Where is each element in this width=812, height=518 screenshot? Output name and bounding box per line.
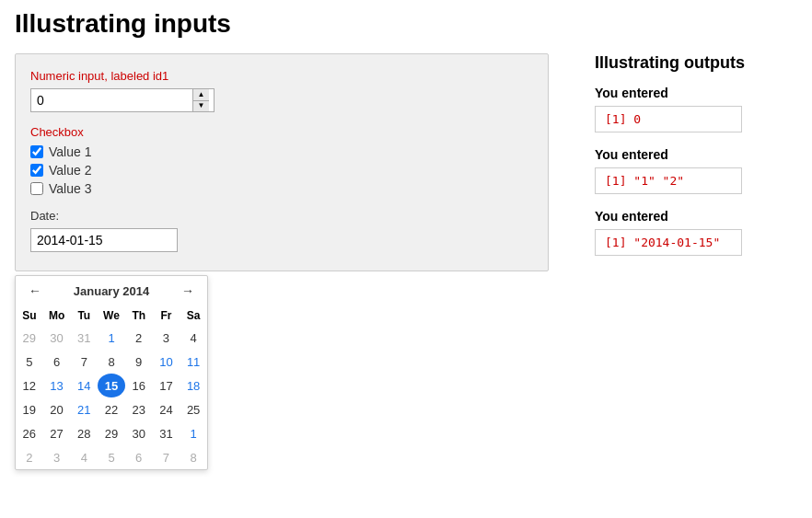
calendar-day[interactable]: 3 (43, 445, 71, 469)
calendar-day[interactable]: 4 (70, 445, 98, 469)
calendar-day[interactable]: 13 (43, 374, 71, 397)
checkbox-label: Checkbox (30, 125, 533, 139)
calendar-day[interactable]: 7 (153, 445, 180, 469)
calendar-week-row: 2345678 (16, 445, 207, 469)
calendar-day[interactable]: 8 (180, 445, 207, 469)
checkbox-section: Checkbox Value 1 Value 2 Value 3 (30, 125, 533, 196)
output-value: [1] 0 (595, 106, 742, 132)
calendar-day[interactable]: 23 (125, 397, 153, 421)
spinner-buttons: ▲ ▼ (192, 89, 209, 111)
calendar-day[interactable]: 30 (125, 421, 153, 445)
calendar-day[interactable]: 1 (98, 326, 125, 350)
calendar-day[interactable]: 12 (16, 374, 43, 397)
calendar-week-row: 2930311234 (16, 326, 207, 350)
calendar-day[interactable]: 22 (98, 397, 125, 421)
checkbox-value3-label: Value 3 (49, 181, 91, 196)
date-label: Date: (30, 209, 533, 223)
output-section-3: You entered[1] "2014-01-15" (595, 209, 797, 256)
output-label: You entered (595, 147, 797, 162)
outputs-title: Illustrating outputs (595, 53, 797, 73)
output-label: You entered (595, 86, 797, 100)
calendar-day[interactable]: 5 (98, 445, 125, 469)
calendar-day[interactable]: 21 (70, 397, 98, 421)
calendar-day[interactable]: 31 (70, 326, 98, 350)
calendar-day[interactable]: 27 (43, 421, 71, 445)
output-label: You entered (595, 209, 797, 224)
left-panel: Numeric input, labeled id1 ▲ ▼ Checkbox … (15, 53, 558, 470)
input-box: Numeric input, labeled id1 ▲ ▼ Checkbox … (15, 53, 549, 271)
calendar-grid: Su Mo Tu We Th Fr Sa 2930311234567891011… (16, 305, 207, 469)
spinner-up-button[interactable]: ▲ (193, 89, 209, 101)
calendar-day[interactable]: 24 (153, 397, 180, 421)
calendar-week-row: 12131415161718 (16, 374, 207, 397)
weekday-tu: Tu (70, 305, 98, 326)
output-value: [1] "1" "2" (595, 167, 742, 194)
calendar-body: 2930311234567891011121314151617181920212… (16, 326, 207, 469)
calendar-day[interactable]: 2 (125, 326, 153, 350)
spinner-down-button[interactable]: ▼ (193, 101, 209, 112)
page-title: Illustrating inputs (15, 9, 797, 39)
right-panel: Illustrating outputs You entered[1] 0You… (595, 53, 797, 271)
calendar-day[interactable]: 6 (43, 350, 71, 374)
calendar-weekday-row: Su Mo Tu We Th Fr Sa (16, 305, 207, 326)
calendar-day[interactable]: 8 (98, 350, 125, 374)
date-input[interactable] (30, 228, 178, 252)
calendar-day[interactable]: 7 (70, 350, 98, 374)
calendar-day[interactable]: 6 (125, 445, 153, 469)
calendar-week-row: 19202122232425 (16, 397, 207, 421)
calendar-day[interactable]: 4 (180, 326, 207, 350)
checkbox-value2[interactable] (30, 164, 43, 177)
weekday-su: Su (16, 305, 43, 326)
weekday-fr: Fr (153, 305, 180, 326)
calendar-day[interactable]: 31 (153, 421, 180, 445)
checkbox-value3[interactable] (30, 182, 43, 195)
output-section-2: You entered[1] "1" "2" (595, 147, 797, 194)
calendar-day[interactable]: 29 (98, 421, 125, 445)
outputs-container: You entered[1] 0You entered[1] "1" "2"Yo… (595, 86, 797, 256)
calendar-next-button[interactable]: → (178, 283, 198, 298)
calendar: ← January 2014 → Su Mo Tu We Th Fr Sa (15, 275, 208, 470)
weekday-sa: Sa (180, 305, 207, 326)
checkbox-value1-label: Value 1 (49, 144, 91, 159)
weekday-mo: Mo (43, 305, 71, 326)
calendar-day[interactable]: 14 (70, 374, 98, 397)
calendar-day[interactable]: 25 (180, 397, 207, 421)
calendar-day[interactable]: 19 (16, 397, 43, 421)
calendar-day[interactable]: 1 (180, 421, 207, 445)
calendar-header: ← January 2014 → (16, 276, 207, 305)
calendar-day[interactable]: 11 (180, 350, 207, 374)
calendar-week-row: 567891011 (16, 350, 207, 374)
output-value: [1] "2014-01-15" (595, 229, 742, 256)
calendar-day[interactable]: 10 (153, 350, 180, 374)
checkbox-value1[interactable] (30, 145, 43, 158)
calendar-prev-button[interactable]: ← (25, 283, 45, 298)
checkbox-item-3[interactable]: Value 3 (30, 181, 533, 196)
numeric-input[interactable] (31, 89, 192, 111)
calendar-day[interactable]: 17 (153, 374, 180, 397)
calendar-day[interactable]: 5 (16, 350, 43, 374)
checkbox-item-2[interactable]: Value 2 (30, 163, 533, 178)
calendar-day[interactable]: 15 (98, 374, 125, 397)
calendar-day[interactable]: 2 (16, 445, 43, 469)
checkbox-value2-label: Value 2 (49, 163, 91, 178)
calendar-day[interactable]: 9 (125, 350, 153, 374)
calendar-day[interactable]: 28 (70, 421, 98, 445)
weekday-we: We (98, 305, 125, 326)
numeric-input-wrapper: ▲ ▼ (30, 88, 215, 112)
calendar-day[interactable]: 18 (180, 374, 207, 397)
calendar-day[interactable]: 3 (153, 326, 180, 350)
calendar-month-title: January 2014 (74, 284, 149, 298)
calendar-day[interactable]: 26 (16, 421, 43, 445)
calendar-day[interactable]: 30 (43, 326, 71, 350)
calendar-day[interactable]: 16 (125, 374, 153, 397)
calendar-day[interactable]: 20 (43, 397, 71, 421)
weekday-th: Th (125, 305, 153, 326)
checkbox-item-1[interactable]: Value 1 (30, 144, 533, 159)
date-section: Date: (30, 209, 533, 252)
calendar-day[interactable]: 29 (16, 326, 43, 350)
numeric-label: Numeric input, labeled id1 (30, 69, 533, 83)
output-section-1: You entered[1] 0 (595, 86, 797, 132)
calendar-week-row: 2627282930311 (16, 421, 207, 445)
